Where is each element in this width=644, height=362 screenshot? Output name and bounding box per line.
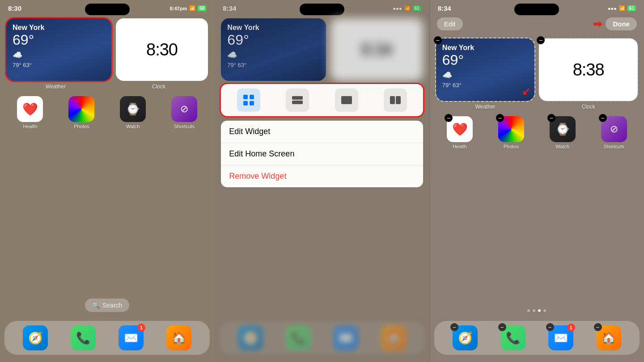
safari-remove-btn-3[interactable]: − [450,323,458,331]
dock-home-1[interactable]: 🏠 [166,325,191,350]
app-item-watch-1[interactable]: ⌚ Watch [120,96,146,129]
size-option-xlarge[interactable] [384,88,407,112]
clock-widget-1[interactable]: 8:30 [116,18,208,81]
clock-widget-container-3: − 8:38 [539,38,638,101]
app-item-photos-1[interactable]: Photos [68,96,94,129]
phone-remove-btn-3[interactable]: − [498,323,506,331]
mail-badge-1: 1 [137,324,145,332]
clock-time-3: 8:38 [573,60,604,80]
app-label-health-1: Health [23,124,38,129]
svg-rect-0 [243,95,248,99]
health-remove-btn-3[interactable]: − [445,114,453,122]
svg-rect-8 [396,96,401,104]
weather-widget-3[interactable]: New York 69° ☁️ 79° 63° ↙ [436,38,535,101]
search-label-1: Search [102,302,122,309]
dynamic-island-1 [85,4,130,15]
status-bar-1: 8:30 8:47pm 📶 68 [0,0,214,14]
safari-icon-1: 🧭 [28,331,42,345]
app-icon-photos-1 [68,96,94,122]
app-item-health-1[interactable]: ❤️ Health [17,96,43,129]
size-picker[interactable] [221,84,423,116]
search-bar-1[interactable]: 🔍 Search [85,299,129,312]
size-option-large[interactable] [335,88,358,112]
menu-item-remove-widget[interactable]: Remove Widget [221,165,423,187]
watch-remove-btn-3[interactable]: − [547,114,555,122]
size-option-medium[interactable] [286,88,309,112]
widget-down-arrow-3: ↙ [522,86,530,97]
weather-remove-btn-3[interactable]: − [434,36,442,44]
clock-label-3: Clock [539,104,638,110]
app-label-photos-3: Photos [504,144,519,149]
search-icon-1: 🔍 [92,302,100,309]
dock-mail-2: ✉️ [333,325,358,350]
dock-home-2: 🏠 [381,325,406,350]
page-dot-2 [533,309,535,312]
status-icons-1: 8:47pm 📶 68 [170,5,207,11]
app-item-shortcuts-3[interactable]: − ⊘ Shortcuts [601,116,627,149]
svg-rect-2 [243,101,248,105]
svg-rect-4 [292,96,303,100]
dock-1: 🧭 📞 ✉️ 1 🏠 [4,321,210,355]
shortcuts-remove-btn-3[interactable]: − [599,114,607,122]
app-icon-watch-1: ⌚ [120,96,146,122]
app-label-photos-1: Photos [74,124,89,129]
dock-phone-1[interactable]: 📞 [71,325,96,350]
app-label-health-3: Health [453,144,467,149]
phone-icon-1: 📞 [76,331,90,345]
weather-icon-1: ☁️ [13,50,105,60]
app-row-1: ❤️ Health Photos ⌚ Watch ⊘ Shortcuts [0,90,214,129]
status-icons-3: ●●● 📶 61 [608,5,636,11]
page-dots-3 [527,309,546,312]
weather-temp-3: 69° [442,52,529,68]
svg-rect-7 [390,96,395,104]
weather-widget-1[interactable]: New York 69° ☁️ 79° 63° [6,18,111,81]
size-option-small[interactable] [237,88,260,112]
done-button[interactable]: Done [606,17,637,30]
panel-2: 8:34 ●●● 📶 61 New York 69° ☁️ 79° 63° 8:… [214,0,429,362]
status-time-right-1: 8:47pm [170,6,187,11]
wifi-icon-1: 📶 [189,5,195,11]
app-row-3: − ❤️ Health − Photos − ⌚ Watch − [430,110,644,149]
battery-icon-3: 61 [627,5,636,11]
svg-rect-5 [292,101,303,104]
weather-widget-container-3: − New York 69° ☁️ 79° 63° ↙ [436,38,535,101]
widget-labels-1: Weather Clock [0,84,214,90]
svg-rect-3 [250,101,254,105]
edit-button[interactable]: Edit [437,17,463,30]
svg-rect-1 [250,95,254,99]
dock-safari-1[interactable]: 🧭 [23,325,48,350]
weather-icon-3: ☁️ [442,70,529,80]
clock-widget-3[interactable]: 8:38 [539,38,638,101]
red-arrow-icon: ➡ [593,18,602,30]
dock-3: − 🧭 − 📞 − ✉️ 1 − 🏠 [434,321,640,355]
mail-remove-btn-3[interactable]: − [546,323,554,331]
app-label-shortcuts-3: Shortcuts [603,144,624,149]
dock-mail-container-3: − ✉️ 1 [548,325,573,350]
dock-phone-container-3: − 📞 [500,325,525,350]
photos-remove-btn-3[interactable]: − [496,114,504,122]
home-remove-btn-3[interactable]: − [594,323,602,331]
app-label-watch-3: Watch [555,144,569,149]
page-dot-1 [527,309,530,312]
signal-icon-3: ●●● [608,6,617,11]
panel-1: 8:30 8:47pm 📶 68 New York 69° ☁️ 79° 63°… [0,0,214,362]
weather-label-3: Weather [436,104,535,110]
dock-mail-1[interactable]: ✉️ 1 [119,325,144,350]
app-item-photos-3[interactable]: − Photos [498,116,524,149]
status-bar-3: 8:34 ●●● 📶 61 [430,0,644,14]
menu-item-edit-widget[interactable]: Edit Widget [221,121,423,143]
shortcuts-icon-1: ⊘ [180,103,188,115]
svg-rect-6 [341,96,352,104]
dock-safari-2: 🧭 [238,325,263,350]
page-dot-3 [538,309,541,312]
app-icon-health-1: ❤️ [17,96,43,122]
status-time-1: 8:30 [8,4,21,12]
app-item-watch-3[interactable]: − ⌚ Watch [550,116,576,149]
app-item-shortcuts-1[interactable]: ⊘ Shortcuts [171,96,197,129]
app-item-health-3[interactable]: − ❤️ Health [447,116,473,149]
widget-area-3: − New York 69° ☁️ 79° 63° ↙ − 8:38 [430,34,644,104]
weather-range-3: 79° 63° [442,82,529,88]
app-label-shortcuts-1: Shortcuts [174,124,195,129]
weather-city-1: New York [13,24,105,32]
menu-item-edit-home[interactable]: Edit Home Screen [221,143,423,165]
